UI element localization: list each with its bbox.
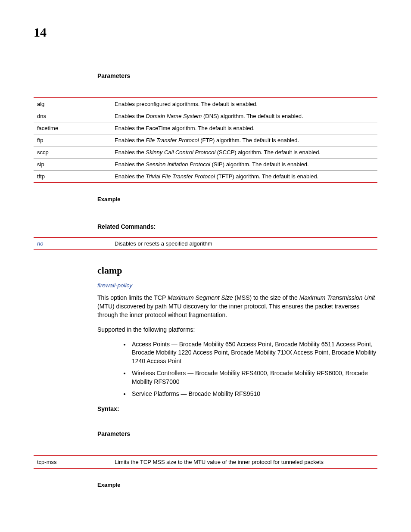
platform-list: Access Points — Brocade Mobility 650 Acc… bbox=[130, 340, 377, 398]
table-row: sip Enables the Session Initiation Proto… bbox=[34, 159, 377, 171]
syntax-heading: Syntax: bbox=[97, 405, 377, 412]
param-desc: Enables the Domain Name System (DNS) alg… bbox=[111, 110, 377, 122]
firewall-policy-link[interactable]: firewall-policy bbox=[97, 282, 377, 289]
parameters-heading: Parameters bbox=[97, 72, 377, 79]
parameters-heading: Parameters bbox=[97, 430, 377, 437]
page-content: Parameters alg Enables preconfigured alg… bbox=[34, 72, 377, 494]
example-heading: Example bbox=[97, 482, 377, 488]
table-row: ftp Enables the File Transfer Protocol (… bbox=[34, 134, 377, 146]
param-key: alg bbox=[34, 98, 111, 110]
list-item: Service Platforms — Brocade Mobility RFS… bbox=[130, 390, 377, 398]
list-item: Wireless Controllers — Brocade Mobility … bbox=[130, 369, 377, 386]
table-row: alg Enables preconfigured algorithms. Th… bbox=[34, 98, 377, 110]
related-commands-table: no Disables or resets a specified algori… bbox=[34, 237, 377, 250]
parameters-table: alg Enables preconfigured algorithms. Th… bbox=[34, 97, 377, 183]
param-desc: Enables the FaceTime algorithm. The defa… bbox=[111, 122, 377, 134]
table-row: tcp-mss Limits the TCP MSS size to the M… bbox=[34, 456, 377, 468]
param-key: tftp bbox=[34, 171, 111, 183]
param-key: dns bbox=[34, 110, 111, 122]
param-desc: Limits the TCP MSS size to the MTU value… bbox=[111, 456, 377, 468]
param-key: ftp bbox=[34, 134, 111, 146]
section-heading-clamp: clamp bbox=[97, 265, 377, 276]
description-text: This option limits the TCP Maximum Segme… bbox=[97, 294, 377, 320]
table-row: dns Enables the Domain Name System (DNS)… bbox=[34, 110, 377, 122]
table-row: no Disables or resets a specified algori… bbox=[34, 237, 377, 250]
param-key: facetime bbox=[34, 122, 111, 134]
param-desc: Enables the File Transfer Protocol (FTP)… bbox=[111, 134, 377, 146]
param-desc: Enables preconfigured algorithms. The de… bbox=[111, 98, 377, 110]
param-desc: Enables the Session Initiation Protocol … bbox=[111, 159, 377, 171]
param-key: tcp-mss bbox=[34, 456, 111, 468]
param-desc: Enables the Skinny Call Control Protocol… bbox=[111, 146, 377, 159]
example-heading: Example bbox=[97, 196, 377, 202]
table-row: facetime Enables the FaceTime algorithm.… bbox=[34, 122, 377, 134]
param-key: sip bbox=[34, 159, 111, 171]
list-item: Access Points — Brocade Mobility 650 Acc… bbox=[130, 340, 377, 366]
table-row: sccp Enables the Skinny Call Control Pro… bbox=[34, 146, 377, 159]
parameters-table: tcp-mss Limits the TCP MSS size to the M… bbox=[34, 455, 377, 469]
related-command-link[interactable]: no bbox=[37, 240, 43, 247]
supported-label: Supported in the following platforms: bbox=[97, 326, 377, 334]
related-commands-heading: Related Commands: bbox=[97, 223, 377, 230]
page-number: 14 bbox=[34, 25, 47, 40]
table-row: tftp Enables the Trivial File Transfer P… bbox=[34, 171, 377, 183]
param-key: sccp bbox=[34, 146, 111, 159]
param-desc: Enables the Trivial File Transfer Protoc… bbox=[111, 171, 377, 183]
related-command-desc: Disables or resets a specified algorithm bbox=[111, 237, 377, 250]
